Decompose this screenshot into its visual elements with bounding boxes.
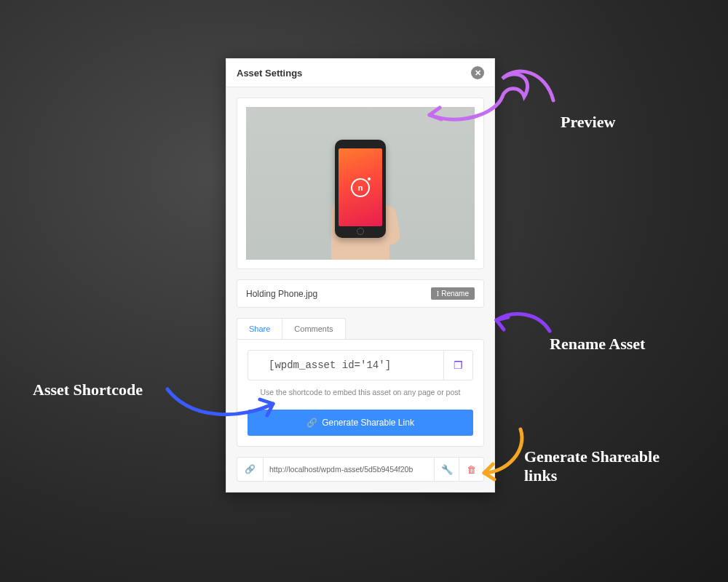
tab-comments[interactable]: Comments [282, 319, 344, 339]
filename-card: Holding Phone.jpg I Rename [237, 279, 484, 308]
shortcode-text[interactable]: [wpdm_asset id='14'] [248, 351, 443, 380]
trash-icon[interactable]: 🗑 [459, 458, 483, 481]
annotation-preview: Preview [561, 113, 615, 132]
panel-header: Asset Settings ✕ [226, 59, 494, 87]
shortcode-box: [wpdm_asset id='14'] ❐ [248, 350, 473, 380]
arrow-rename [488, 306, 561, 346]
preview-card: n [237, 97, 484, 269]
share-tab-body: [wpdm_asset id='14'] ❐ Use the shortcode… [237, 339, 484, 447]
panel-body: n Holding Phone.jpg I Rename Share Comme… [226, 87, 494, 492]
asset-preview-image: n [246, 107, 475, 260]
phone-logo-icon: n [351, 178, 370, 197]
copy-icon[interactable]: ❐ [443, 351, 472, 380]
tab-share[interactable]: Share [237, 319, 282, 339]
tabs: Share Comments [237, 318, 346, 339]
generate-label: Generate Sharable Link [322, 418, 414, 428]
rename-button[interactable]: I Rename [431, 287, 475, 300]
rename-label: Rename [441, 290, 469, 298]
link-url[interactable]: http://localhost/wpdm-asset/5d5b9454f20b [264, 458, 434, 481]
shortcode-helper: Use the shortcode to embed this asset on… [248, 388, 473, 399]
wrench-icon[interactable]: 🔧 [434, 458, 459, 481]
link-icon: 🔗 [237, 458, 264, 481]
panel-title: Asset Settings [237, 68, 302, 79]
text-cursor-icon: I [437, 290, 439, 298]
asset-settings-panel: Asset Settings ✕ n Holding Phone.jpg [226, 58, 495, 493]
link-icon: 🔗 [306, 418, 317, 428]
filename-text: Holding Phone.jpg [246, 289, 317, 299]
close-icon[interactable]: ✕ [471, 66, 484, 79]
phone-graphic: n [335, 140, 386, 238]
home-button-icon [357, 228, 364, 235]
phone-screen: n [339, 148, 382, 226]
annotation-rename: Rename Asset [550, 335, 645, 354]
annotation-generate: Generate Shareable links [524, 447, 692, 486]
filename-row: Holding Phone.jpg I Rename [237, 280, 483, 307]
existing-link-row: 🔗 http://localhost/wpdm-asset/5d5b9454f2… [237, 457, 484, 482]
generate-link-button[interactable]: 🔗 Generate Sharable Link [248, 410, 473, 436]
annotation-shortcode: Asset Shortcode [33, 380, 143, 399]
